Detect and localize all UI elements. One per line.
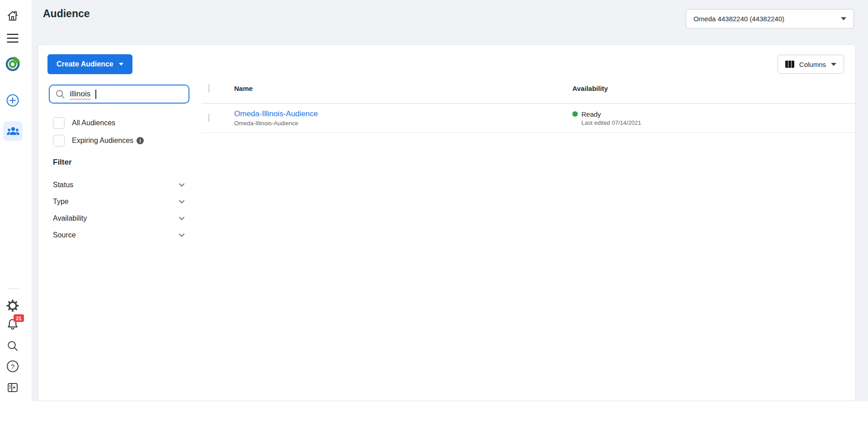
chevron-down-icon <box>178 215 185 222</box>
availability-status: Ready <box>581 110 601 118</box>
text-cursor <box>95 90 96 99</box>
account-selector-value: Omeda 44382240 (44382240) <box>693 15 784 23</box>
chevron-down-icon <box>831 63 836 66</box>
account-selector-dropdown[interactable]: Omeda 44382240 (44382240) <box>686 9 854 28</box>
home-icon[interactable] <box>6 9 19 22</box>
notification-count-badge[interactable]: 21 <box>14 314 24 322</box>
chevron-down-icon <box>178 232 185 239</box>
settings-gear-icon[interactable] <box>6 299 19 312</box>
audience-subtitle: Omeda-Illinois-Audience <box>234 120 572 127</box>
add-icon[interactable] <box>6 94 19 107</box>
filter-section-label: Availability <box>53 214 87 222</box>
menu-icon[interactable] <box>7 33 19 44</box>
chevron-down-icon <box>178 198 185 205</box>
expiring-audiences-row: Expiring Audiences i <box>53 135 144 147</box>
audience-table: Name Availability Omeda-Illinois-Audienc… <box>202 74 856 133</box>
audience-search-input[interactable]: illinois <box>49 85 189 104</box>
filter-section-source[interactable]: Source <box>53 227 185 243</box>
create-audience-label: Create Audience <box>57 60 113 68</box>
filter-section-label: Source <box>53 231 76 239</box>
audience-name-link[interactable]: Omeda-Illinois-Audience <box>234 109 318 118</box>
columns-icon <box>785 61 794 68</box>
left-nav-rail: 21 ? <box>0 0 32 401</box>
column-header-name: Name <box>234 85 572 92</box>
audience-card: Create Audience Columns illinois All Aud… <box>38 44 856 401</box>
row-checkbox[interactable] <box>208 114 209 122</box>
info-icon[interactable]: i <box>137 137 144 144</box>
filter-section-label: Status <box>53 181 73 189</box>
last-edited-text: Last edited 07/14/2021 <box>581 119 856 126</box>
search-nav-icon[interactable] <box>6 340 19 352</box>
columns-label: Columns <box>799 61 826 68</box>
panel-expand-icon[interactable] <box>6 381 19 394</box>
expiring-audiences-checkbox[interactable] <box>53 135 65 147</box>
filter-section-type[interactable]: Type <box>53 193 185 210</box>
status-dot-ready <box>572 111 578 117</box>
table-row: Omeda-Illinois-Audience Omeda-Illinois-A… <box>202 104 856 133</box>
chevron-down-icon <box>841 17 846 20</box>
all-audiences-label: All Audiences <box>72 119 115 127</box>
filter-section-availability[interactable]: Availability <box>53 210 185 227</box>
filter-section-label: Type <box>53 198 69 206</box>
columns-button[interactable]: Columns <box>778 55 844 74</box>
audiences-nav-icon[interactable] <box>3 121 23 141</box>
search-icon <box>55 89 65 99</box>
chevron-down-icon <box>178 181 185 189</box>
column-header-availability: Availability <box>572 85 856 92</box>
create-audience-button[interactable]: Create Audience <box>47 54 132 74</box>
search-input-value: illinois <box>70 90 90 99</box>
expiring-audiences-label: Expiring Audiences <box>72 137 133 145</box>
table-header-row: Name Availability <box>202 74 856 104</box>
svg-text:?: ? <box>11 363 14 370</box>
select-all-checkbox[interactable] <box>208 84 209 93</box>
page-title: Audience <box>43 8 90 20</box>
rail-divider <box>8 289 20 289</box>
all-audiences-checkbox[interactable] <box>53 117 65 129</box>
app-logo[interactable] <box>5 56 21 72</box>
all-audiences-row: All Audiences <box>53 117 115 129</box>
filter-heading: Filter <box>53 158 72 167</box>
help-icon[interactable]: ? <box>6 360 19 373</box>
app-root: 21 ? <box>0 0 868 401</box>
chevron-down-icon <box>119 63 123 66</box>
filter-section-status[interactable]: Status <box>53 176 185 193</box>
filter-sections: Status Type Availability Source <box>53 176 185 243</box>
